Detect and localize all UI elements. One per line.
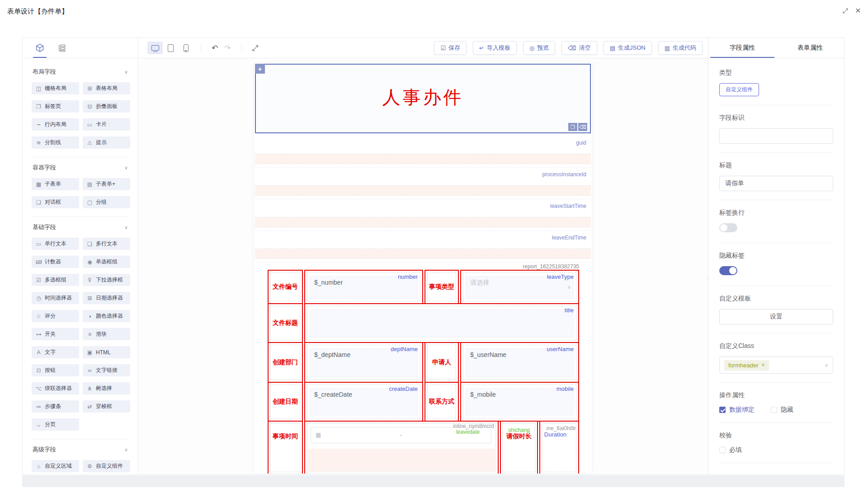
field-user-name[interactable]: $_userName userName bbox=[460, 342, 579, 383]
field-create-date[interactable]: $_createDate createDate bbox=[304, 382, 423, 422]
field-title[interactable]: title bbox=[304, 303, 579, 343]
field-duration[interactable]: ine_6ai0h8lr Duration bbox=[539, 421, 579, 474]
chevron-down-icon[interactable]: ∨ bbox=[124, 69, 128, 75]
palette-item-grid-layout[interactable]: ◫ 栅格布局 bbox=[32, 82, 79, 94]
generate-json-button[interactable]: ▤ 生成JSON bbox=[604, 41, 652, 55]
field-leave-date-range[interactable]: ▦ - inline_nym8mcrd leavedate bbox=[304, 421, 499, 474]
palette-item-tree-select[interactable]: ⋔ 树选择 bbox=[83, 382, 130, 394]
preview-button[interactable]: ◎ 预览 bbox=[523, 41, 555, 55]
label-cell-applicant[interactable]: 申请人 bbox=[425, 342, 459, 383]
palette-item-input[interactable]: ▭ 单行文本 bbox=[32, 238, 79, 250]
label-cell-create-dept[interactable]: 创建部门 bbox=[268, 342, 303, 383]
import-template-button[interactable]: ↵ 导入模板 bbox=[473, 41, 517, 55]
label-cell-create-date[interactable]: 创建日期 bbox=[268, 382, 303, 422]
field-mobile[interactable]: $_mobile mobile bbox=[460, 382, 579, 422]
palette-item-text[interactable]: A 文字 bbox=[32, 346, 79, 358]
palette-item-collapse-panel[interactable]: ⊟ 折叠面板 bbox=[83, 100, 130, 113]
palette-item-rate[interactable]: ☆ 评分 bbox=[32, 310, 79, 322]
palette-item-button[interactable]: ⊡ 按钮 bbox=[32, 364, 79, 376]
label-cell-file-title[interactable]: 文件标题 bbox=[268, 303, 303, 343]
hide-label-toggle[interactable] bbox=[719, 266, 737, 275]
hidden-field-row[interactable]: guid bbox=[255, 136, 591, 168]
palette-item-transfer[interactable]: ⇄ 穿梭框 bbox=[83, 400, 130, 413]
palette-item-text-link[interactable]: ∞ 文字链接 bbox=[83, 364, 130, 376]
save-button[interactable]: ☑ 保存 bbox=[434, 41, 467, 55]
palette-item-pagination[interactable]: ↔ 分页 bbox=[32, 418, 79, 431]
palette-item-table-layout[interactable]: ⊞ 表格布局 bbox=[83, 82, 130, 94]
field-dept-name[interactable]: $_deptName deptName bbox=[304, 342, 423, 383]
palette-item-radio-group[interactable]: ◉ 单选框组 bbox=[83, 256, 130, 268]
operations-label: 操作属性 bbox=[719, 391, 833, 399]
hidden-field-row[interactable]: leaveStartTime bbox=[255, 199, 591, 231]
palette-item-subform[interactable]: ▦ 子表单 bbox=[32, 178, 79, 190]
palette-item-html[interactable]: ▣ HTML bbox=[83, 346, 130, 358]
palette-item-tabs[interactable]: ❐ 标签页 bbox=[32, 100, 79, 113]
palette-item-card[interactable]: ▭ 卡片 bbox=[83, 118, 130, 131]
chevron-down-icon[interactable]: ∨ bbox=[124, 165, 128, 171]
bottom-scroll-strip[interactable] bbox=[22, 475, 844, 487]
field-key-input[interactable] bbox=[719, 128, 833, 144]
data-bind-checkbox[interactable] bbox=[719, 407, 726, 413]
fullscreen-icon[interactable]: ⤢ bbox=[249, 44, 262, 52]
label-wrap-toggle[interactable] bbox=[719, 223, 737, 232]
copy-widget-icon[interactable]: ❐ bbox=[568, 123, 577, 131]
label-cell-matter-time[interactable]: 事项时间 bbox=[268, 421, 303, 474]
undo-icon[interactable]: ↶ bbox=[208, 44, 221, 52]
palette-item-custom-area[interactable]: ⌂ 自定义区域 bbox=[32, 460, 79, 472]
label-cell-leave-duration[interactable]: shichang 请假时长 bbox=[500, 421, 538, 474]
required-checkbox[interactable] bbox=[719, 447, 726, 453]
form-title-widget[interactable]: + 人事办件 ❐ ⌫ bbox=[255, 64, 591, 133]
palette-item-steps[interactable]: ≔ 步骤条 bbox=[32, 400, 79, 413]
palette-item-date-picker[interactable]: ⊞ 日期选择器 bbox=[83, 292, 130, 304]
palette-item-alert[interactable]: ⚠ 提示 bbox=[83, 136, 130, 149]
custom-template-settings-button[interactable]: 设置 bbox=[719, 309, 833, 324]
redo-icon[interactable]: ↷ bbox=[221, 44, 234, 52]
palette-item-color-picker[interactable]: ◑ 颜色选择器 bbox=[83, 310, 130, 322]
hidden-field-row[interactable]: processInstanceId bbox=[255, 168, 591, 199]
palette-item-slider[interactable]: ≡ 滑块 bbox=[83, 328, 130, 340]
clear-button[interactable]: ⌫ 清空 bbox=[561, 41, 597, 55]
palette-item-divider[interactable]: ≋ 分割线 bbox=[32, 136, 79, 149]
tab-field-properties[interactable]: 字段属性 bbox=[708, 38, 776, 58]
tab-form-properties[interactable]: 表单属性 bbox=[776, 38, 844, 58]
palette-item-custom-component[interactable]: ⚙ 自定义组件 bbox=[83, 460, 130, 472]
chevron-down-icon[interactable]: ∨ bbox=[124, 447, 128, 453]
palette-item-subform-plus[interactable]: ▤ 子表单+ bbox=[83, 178, 130, 190]
label-cell-contact[interactable]: 联系方式 bbox=[425, 382, 459, 422]
palette-item-group[interactable]: ▢ 分组 bbox=[83, 196, 130, 208]
palette-item-textarea[interactable]: ❑ 多行文本 bbox=[83, 238, 130, 250]
palette-section: 布局字段 ∨ ◫ 栅格布局 ⊞ 表格布局 ❐ 标签页 ⊟ 折叠面板 ┅ 行内布局… bbox=[32, 61, 129, 157]
monitor-icon bbox=[151, 45, 159, 51]
title-input[interactable] bbox=[310, 310, 574, 338]
hidden-field-row[interactable]: leaveEndTime bbox=[255, 231, 591, 263]
collapse-left-panel-icon[interactable]: ‹ bbox=[138, 274, 139, 282]
palette-item-number[interactable]: 123 计数器 bbox=[32, 256, 79, 268]
palette-item-cascader[interactable]: ⌥ 级联选择器 bbox=[32, 382, 79, 394]
palette-item-inline-layout[interactable]: ┅ 行内布局 bbox=[32, 118, 79, 131]
delete-widget-icon[interactable]: ⌫ bbox=[578, 123, 587, 131]
tab-outline[interactable] bbox=[58, 38, 66, 58]
palette-item-select[interactable]: ⊽ 下拉选择框 bbox=[83, 274, 130, 286]
palette-item-checkbox-group[interactable]: ☑ 多选框组 bbox=[32, 274, 79, 286]
field-number[interactable]: $_number number bbox=[304, 270, 423, 304]
chevron-down-icon[interactable]: ∨ bbox=[124, 225, 128, 230]
device-desktop-button[interactable] bbox=[147, 42, 163, 54]
field-leave-type[interactable]: 请选择 leaveType ∨ bbox=[460, 270, 579, 304]
device-tablet-button[interactable] bbox=[163, 42, 178, 54]
generate-code-button[interactable]: ▥ 生成代码 bbox=[658, 41, 703, 55]
palette-item-switch[interactable]: ⊶ 开关 bbox=[32, 328, 79, 340]
label-cell-file-number[interactable]: 文件编号 bbox=[268, 270, 303, 304]
window-close-icon[interactable]: × bbox=[855, 5, 861, 15]
device-phone-button[interactable] bbox=[178, 42, 193, 54]
tab-components[interactable] bbox=[35, 38, 44, 58]
palette-item-time-picker[interactable]: ◷ 时间选择器 bbox=[32, 292, 79, 304]
collapse-right-panel-icon[interactable]: › bbox=[707, 274, 708, 282]
move-handle-icon[interactable]: + bbox=[255, 64, 265, 74]
custom-class-select[interactable]: formheader × ∨ bbox=[719, 357, 833, 374]
title-input[interactable] bbox=[719, 176, 833, 191]
remove-tag-icon[interactable]: × bbox=[761, 362, 764, 368]
window-expand-icon[interactable]: ⤢ bbox=[843, 7, 848, 14]
hide-checkbox[interactable] bbox=[771, 407, 777, 413]
label-cell-matter-type[interactable]: 事项类型 bbox=[425, 270, 459, 304]
palette-item-dialog[interactable]: ❏ 对话框 bbox=[32, 196, 79, 208]
